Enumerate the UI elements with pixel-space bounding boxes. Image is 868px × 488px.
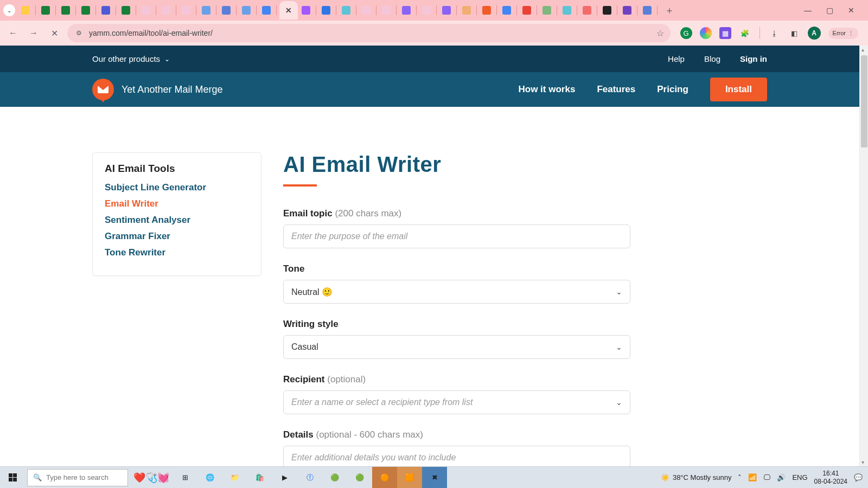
tab-icon[interactable] xyxy=(182,6,190,15)
active-tab[interactable]: ✕ xyxy=(279,1,298,20)
other-products-menu[interactable]: Our other products ⌄ xyxy=(92,54,170,63)
site-utility-bar: Our other products ⌄ Help Blog Sign in xyxy=(0,46,859,72)
close-icon[interactable]: ✕ xyxy=(285,6,292,15)
downloads-icon[interactable]: ⭳ xyxy=(769,27,781,39)
taskbar-app-chrome[interactable]: 🟢 xyxy=(322,467,347,489)
tab-icon[interactable] xyxy=(563,6,571,15)
extension-icon[interactable]: G xyxy=(680,27,692,39)
tab-icon[interactable] xyxy=(583,6,591,15)
tab-icon[interactable] xyxy=(542,6,551,15)
site-settings-icon[interactable]: ⚙ xyxy=(74,29,84,37)
taskbar-app-active-1[interactable]: 🟠 xyxy=(372,467,397,489)
start-button[interactable] xyxy=(0,467,25,489)
forward-button[interactable]: → xyxy=(26,28,41,38)
recipient-select[interactable]: Enter a name or select a recipient type … xyxy=(283,390,630,414)
writing-style-select[interactable]: Casual ⌄ xyxy=(283,335,630,359)
tab-icon[interactable] xyxy=(162,6,170,15)
tray-icon[interactable]: 🖵 xyxy=(763,473,770,481)
taskbar-app-youtube[interactable]: ▶ xyxy=(272,467,297,489)
tab-icon[interactable] xyxy=(242,6,251,15)
other-products-label: Our other products xyxy=(92,54,160,63)
tab-icon[interactable] xyxy=(502,6,511,15)
tab-icon[interactable] xyxy=(322,6,330,15)
task-view-icon[interactable]: ⊞ xyxy=(173,467,197,489)
taskbar-app-explorer[interactable]: 📁 xyxy=(222,467,247,489)
tab-icon[interactable] xyxy=(462,6,471,15)
extension-icon[interactable]: ▦ xyxy=(719,27,731,39)
sidebar-item-email-writer[interactable]: Email Writer xyxy=(105,198,249,209)
notifications-icon[interactable]: 💬 xyxy=(854,473,863,481)
tab-icon[interactable] xyxy=(81,6,90,15)
tab-icon[interactable] xyxy=(382,6,391,15)
taskbar-app-active-2[interactable]: 🟧 xyxy=(397,467,422,489)
brand-logo[interactable]: Yet Another Mail Merge xyxy=(92,79,222,100)
tab-icon[interactable] xyxy=(362,6,371,15)
taskbar-app-chrome-2[interactable]: 🟢 xyxy=(347,467,372,489)
sidebar-item-grammar-fixer[interactable]: Grammar Fixer xyxy=(105,231,249,242)
nav-pricing[interactable]: Pricing xyxy=(657,84,688,95)
signin-link[interactable]: Sign in xyxy=(740,54,767,63)
taskbar-app-store[interactable]: 🛍️ xyxy=(247,467,272,489)
tab-icon[interactable] xyxy=(482,6,491,15)
tab-icon[interactable] xyxy=(61,6,70,15)
weather-icon: ☀️ xyxy=(661,473,669,481)
tab-icon[interactable] xyxy=(603,6,611,15)
tabs-dropdown-icon[interactable]: ⌄ xyxy=(3,4,15,16)
email-topic-input[interactable]: Enter the purpose of the email xyxy=(283,224,630,248)
tab-icon[interactable] xyxy=(302,6,310,15)
tab-icon[interactable] xyxy=(442,6,451,15)
tab-icon[interactable] xyxy=(21,6,30,15)
address-bar[interactable]: ⚙ yamm.com/email/tool/ai-email-writer/ ☆ xyxy=(67,24,671,42)
email-topic-label: Email topic (200 chars max) xyxy=(283,208,630,219)
vertical-scrollbar[interactable] xyxy=(859,46,868,466)
tone-select[interactable]: Neutral 🙂 ⌄ xyxy=(283,280,630,304)
nav-features[interactable]: Features xyxy=(597,84,635,95)
tab-icon[interactable] xyxy=(262,6,271,15)
tab-icon[interactable] xyxy=(522,6,531,15)
windows-taskbar: 🔍 Type here to search ❤️🩺💓 ⊞ 🌐 📁 🛍️ ▶ ⓕ … xyxy=(0,466,868,488)
stop-reload-button[interactable]: ✕ xyxy=(47,28,62,38)
tab-icon[interactable] xyxy=(623,6,631,15)
install-button[interactable]: Install xyxy=(710,78,767,101)
tab-icon[interactable] xyxy=(101,6,110,15)
tab-icon[interactable] xyxy=(422,6,431,15)
tab-icon[interactable] xyxy=(142,6,150,15)
sidebar-item-sentiment-analyser[interactable]: Sentiment Analyser xyxy=(105,215,249,226)
minimize-icon[interactable]: — xyxy=(803,6,813,15)
new-tab-button[interactable]: ＋ xyxy=(665,4,674,17)
taskbar-app-edge[interactable]: 🌐 xyxy=(197,467,222,489)
taskbar-search[interactable]: 🔍 Type here to search xyxy=(27,469,128,486)
taskbar-app-blue[interactable]: ✖ xyxy=(422,467,447,489)
volume-icon[interactable]: 🔊 xyxy=(777,473,786,481)
taskbar-widget-icon[interactable]: ❤️🩺💓 xyxy=(130,472,173,484)
profile-avatar[interactable]: A xyxy=(808,27,821,40)
back-button[interactable]: ← xyxy=(5,28,21,38)
language-indicator[interactable]: ENG xyxy=(792,473,807,481)
blog-link[interactable]: Blog xyxy=(704,54,720,63)
sidebar-item-tone-rewriter[interactable]: Tone Rewriter xyxy=(105,247,249,258)
maximize-icon[interactable]: ▢ xyxy=(825,6,834,15)
tab-icon[interactable] xyxy=(202,6,210,15)
nav-how-it-works[interactable]: How it works xyxy=(519,84,576,95)
weather-widget[interactable]: ☀️ 38°C Mostly sunny xyxy=(661,473,732,481)
taskbar-app-facebook[interactable]: ⓕ xyxy=(297,467,322,489)
page-title: AI Email Writer xyxy=(283,152,630,177)
clock[interactable]: 16:41 08-04-2024 xyxy=(814,470,847,485)
tab-icon[interactable] xyxy=(342,6,350,15)
help-link[interactable]: Help xyxy=(668,54,685,63)
tab-icon[interactable] xyxy=(122,6,130,15)
tab-icon[interactable] xyxy=(222,6,231,15)
bookmark-star-icon[interactable]: ☆ xyxy=(656,28,664,38)
extension-icon[interactable] xyxy=(700,27,712,39)
tab-icon[interactable] xyxy=(41,6,50,15)
tab-icon[interactable] xyxy=(643,6,652,15)
tab-icon[interactable] xyxy=(402,6,411,15)
browser-error-chip[interactable]: Error ⋮ xyxy=(828,28,858,39)
wifi-icon[interactable]: 📶 xyxy=(748,473,757,481)
sidebar-item-subject-line-generator[interactable]: Subject Line Generator xyxy=(105,182,249,193)
details-input[interactable]: Enter additional details you want to inc… xyxy=(283,446,630,466)
tray-chevron-icon[interactable]: ˄ xyxy=(738,473,742,481)
extensions-menu-icon[interactable]: 🧩 xyxy=(739,27,751,39)
sidepanel-icon[interactable]: ◧ xyxy=(788,27,800,39)
close-window-icon[interactable]: ✕ xyxy=(846,6,856,15)
